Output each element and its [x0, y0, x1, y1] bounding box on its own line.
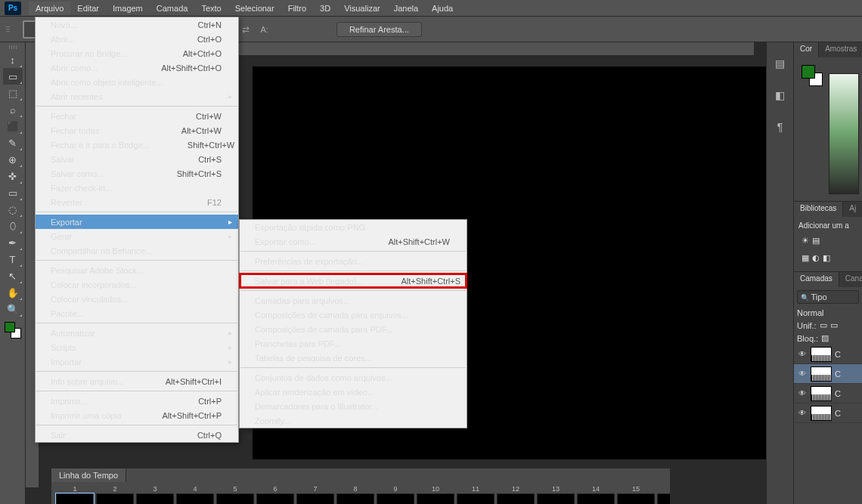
menu-item[interactable]: Novo...Ctrl+N: [36, 17, 238, 32]
menu-item[interactable]: Colocar vinculados...: [36, 292, 238, 306]
properties-icon[interactable]: ◧: [771, 86, 789, 104]
menu-visualizar[interactable]: Visualizar: [337, 2, 387, 15]
unify-icon[interactable]: ▭: [820, 320, 827, 330]
menu-item[interactable]: Scripts: [36, 340, 238, 354]
timeline-tab[interactable]: Linha do Tempo: [51, 468, 126, 482]
menu-item[interactable]: Abrir...Ctrl+O: [36, 32, 238, 46]
timeline-frame[interactable]: 16: [657, 485, 670, 504]
layer-filter[interactable]: 🔍 Tipo: [797, 290, 859, 304]
timeline-frame[interactable]: 3: [136, 485, 174, 504]
eye-icon[interactable]: 👁: [797, 389, 808, 397]
menu-item[interactable]: Compartilhar no Behance...: [36, 243, 238, 258]
timeline-frame[interactable]: 10: [417, 485, 454, 504]
menu-item[interactable]: FecharCtrl+W: [36, 109, 238, 123]
menu-texto[interactable]: Texto: [194, 2, 228, 15]
unify-icon[interactable]: ▭: [830, 320, 838, 330]
menu-selecionar[interactable]: Selecionar: [228, 2, 281, 15]
color-swatches[interactable]: [3, 320, 23, 340]
layer-row[interactable]: 👁C: [794, 384, 862, 404]
tool-15[interactable]: 🔍: [3, 301, 23, 317]
menu-item[interactable]: Imprimir...Ctrl+P: [36, 394, 238, 408]
tool-11[interactable]: ✒: [3, 234, 23, 251]
timeline-frame[interactable]: 2: [96, 485, 134, 504]
menu-item[interactable]: Exportação rápida como PNG: [240, 220, 467, 234]
layer-row[interactable]: 👁C: [794, 345, 862, 364]
menu-item[interactable]: Demarcadores para o Illustrator...: [240, 399, 467, 413]
tool-4[interactable]: ⬛: [3, 118, 23, 135]
eye-icon[interactable]: 👁: [797, 369, 808, 378]
brightness-icon[interactable]: ☀: [802, 236, 809, 246]
tool-13[interactable]: ↖: [3, 267, 23, 284]
menu-item[interactable]: Zoomify...: [240, 413, 467, 428]
menu-item[interactable]: Aplicar renderização em vídeo...: [240, 385, 467, 399]
timeline-frame[interactable]: 4: [176, 485, 214, 504]
character-icon[interactable]: ¶: [771, 118, 789, 136]
refine-edge-button[interactable]: Refinar Aresta...: [336, 22, 422, 37]
menu-editar[interactable]: Editar: [70, 2, 106, 15]
lock-icon[interactable]: ▨: [821, 333, 829, 343]
timeline-frame[interactable]: 12: [497, 485, 535, 504]
history-icon[interactable]: ▤: [771, 54, 789, 73]
tool-9[interactable]: ◌: [3, 201, 23, 218]
menu-arquivo[interactable]: Arquivo: [29, 2, 70, 15]
menu-item[interactable]: Fechar todasAlt+Ctrl+W: [36, 123, 238, 138]
tool-7[interactable]: ✜: [3, 168, 23, 184]
menu-item[interactable]: Salvar para a Web (legado)...Alt+Shift+C…: [240, 274, 467, 288]
tab-swatches[interactable]: Amostras: [819, 42, 862, 57]
menu-item[interactable]: Abrir como objeto inteligente...: [36, 75, 238, 89]
timeline-frame[interactable]: 7: [296, 485, 334, 504]
menu-item[interactable]: Salvar como...Shift+Ctrl+S: [36, 166, 238, 181]
timeline-frame[interactable]: 1: [56, 485, 94, 504]
menu-item[interactable]: Preferências de exportação...: [240, 254, 467, 268]
menu-item[interactable]: SairCtrl+Q: [36, 428, 238, 442]
tool-14[interactable]: ✋: [3, 284, 23, 301]
menu-item[interactable]: Tabelas de pesquisa de cores...: [240, 351, 467, 365]
tool-10[interactable]: ⬯: [3, 218, 23, 234]
menu-item[interactable]: Procurar no Bridge...Alt+Ctrl+O: [36, 46, 238, 60]
color-swatch-pair[interactable]: [802, 65, 823, 86]
menu-janela[interactable]: Janela: [387, 2, 425, 15]
menu-item[interactable]: Abrir como...Alt+Shift+Ctrl+O: [36, 60, 238, 75]
menu-item[interactable]: Automatizar: [36, 326, 238, 340]
tool-5[interactable]: ✎: [3, 135, 23, 151]
menu-ajuda[interactable]: Ajuda: [425, 2, 460, 15]
tool-3[interactable]: ⌕: [3, 101, 23, 118]
timeline-frame[interactable]: 8: [336, 485, 374, 504]
menu-item[interactable]: Colocar incorporados...: [36, 277, 238, 292]
menu-3d[interactable]: 3D: [313, 2, 337, 15]
tool-6[interactable]: ⊕: [3, 151, 23, 168]
timeline-frame[interactable]: 5: [216, 485, 254, 504]
tab-color[interactable]: Cor: [794, 42, 819, 57]
timeline-frame[interactable]: 14: [577, 485, 615, 504]
menu-filtro[interactable]: Filtro: [281, 2, 313, 15]
menu-item[interactable]: Importar: [36, 354, 238, 369]
timeline-frame[interactable]: 11: [457, 485, 495, 504]
tool-2[interactable]: ⬚: [3, 85, 23, 101]
blend-mode-dropdown[interactable]: Normal: [797, 308, 823, 317]
tool-12[interactable]: T: [3, 251, 23, 267]
menu-item[interactable]: Exportar: [36, 215, 238, 229]
tool-0[interactable]: ↕: [3, 51, 23, 68]
timeline-frame[interactable]: 13: [537, 485, 575, 504]
color-ramp[interactable]: [829, 73, 859, 194]
menu-item[interactable]: Camadas para arquivos...: [240, 293, 467, 308]
eye-icon[interactable]: 👁: [797, 409, 808, 417]
tool-1[interactable]: ▭: [3, 68, 23, 85]
curves-icon[interactable]: ▦: [802, 253, 809, 263]
tool-8[interactable]: ▭: [3, 184, 23, 201]
tab-layers[interactable]: Camadas: [794, 272, 839, 287]
menu-item[interactable]: Gerar: [36, 229, 238, 243]
menu-item[interactable]: SalvarCtrl+S: [36, 152, 238, 166]
menu-item[interactable]: Imprimir uma cópiaAlt+Shift+Ctrl+P: [36, 408, 238, 422]
layer-row[interactable]: 👁C: [794, 404, 862, 423]
swap-icon[interactable]: ⇄: [239, 23, 253, 36]
tab-adjust[interactable]: Aj: [843, 202, 862, 217]
menu-item[interactable]: Abrir recentes: [36, 89, 238, 104]
menu-camada[interactable]: Camada: [150, 2, 195, 15]
layer-row[interactable]: 👁C: [794, 364, 862, 384]
tab-channels[interactable]: Cana: [839, 272, 862, 287]
menu-item[interactable]: Fechar e ir para o Bridge...Shift+Ctrl+W: [36, 138, 238, 152]
menu-imagem[interactable]: Imagem: [106, 2, 150, 15]
timeline-frame[interactable]: 15: [617, 485, 655, 504]
menu-item[interactable]: Info sobre arquivo...Alt+Shift+Ctrl+I: [36, 374, 238, 388]
